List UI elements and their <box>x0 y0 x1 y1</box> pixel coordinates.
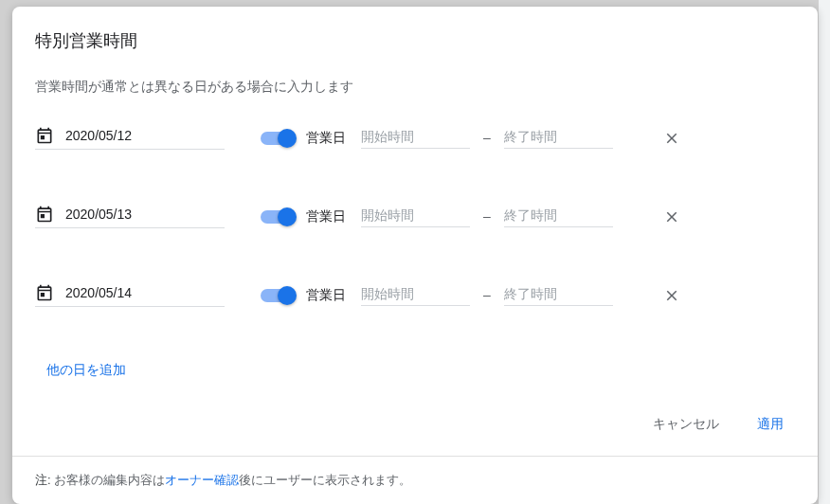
footer-prefix: 注: <box>35 473 51 487</box>
dialog-content: 特別営業時間 営業時間が通常とは異なる日がある場合に入力します 営業日 <box>12 7 818 397</box>
end-time-input[interactable] <box>504 284 613 306</box>
date-field[interactable] <box>35 205 225 228</box>
calendar-icon <box>35 205 54 224</box>
date-input[interactable] <box>65 285 225 300</box>
open-toggle-wrap: 営業日 <box>261 129 346 148</box>
dialog-subtitle: 営業時間が通常とは異なる日がある場合に入力します <box>35 79 795 96</box>
date-input[interactable] <box>65 128 225 143</box>
calendar-icon <box>35 283 54 302</box>
remove-row-button[interactable] <box>660 284 683 307</box>
open-toggle[interactable] <box>261 207 295 226</box>
open-toggle-wrap: 営業日 <box>261 207 346 226</box>
cancel-button[interactable]: キャンセル <box>645 408 727 441</box>
end-time-input[interactable] <box>504 127 613 149</box>
date-row: 営業日 – <box>35 283 795 307</box>
time-fields: – <box>361 284 613 306</box>
owner-verification-link[interactable]: オーナー確認 <box>165 473 239 487</box>
toggle-label: 営業日 <box>306 287 346 304</box>
calendar-icon <box>35 126 54 145</box>
dialog-actions: キャンセル 適用 <box>12 397 818 456</box>
close-icon <box>663 287 680 304</box>
time-fields: – <box>361 206 613 227</box>
time-dash: – <box>483 208 491 227</box>
footer-text-before: お客様の編集内容は <box>51 473 166 487</box>
close-icon <box>663 208 680 225</box>
dialog-footer: 注: お客様の編集内容はオーナー確認後にユーザーに表示されます。 <box>12 456 818 504</box>
remove-row-button[interactable] <box>660 206 683 228</box>
date-row: 営業日 – <box>35 205 795 228</box>
toggle-label: 営業日 <box>306 208 346 225</box>
time-fields: – <box>361 127 613 149</box>
close-icon <box>663 130 680 147</box>
open-toggle-wrap: 営業日 <box>261 286 346 305</box>
date-row: 営業日 – <box>35 126 795 150</box>
date-field[interactable] <box>35 126 225 150</box>
start-time-input[interactable] <box>361 206 470 227</box>
add-day-link[interactable]: 他の日を追加 <box>46 362 126 379</box>
remove-row-button[interactable] <box>660 127 683 150</box>
time-dash: – <box>483 130 491 149</box>
end-time-input[interactable] <box>504 206 613 227</box>
open-toggle[interactable] <box>261 129 295 148</box>
time-dash: – <box>483 287 491 306</box>
date-rows: 営業日 – <box>35 126 795 307</box>
toggle-label: 営業日 <box>306 130 346 147</box>
date-input[interactable] <box>65 207 225 222</box>
dialog-title: 特別営業時間 <box>35 29 795 52</box>
start-time-input[interactable] <box>361 127 470 149</box>
apply-button[interactable]: 適用 <box>749 408 791 441</box>
start-time-input[interactable] <box>361 284 470 306</box>
open-toggle[interactable] <box>261 286 295 305</box>
special-hours-dialog: 特別営業時間 営業時間が通常とは異なる日がある場合に入力します 営業日 <box>12 7 818 504</box>
footer-text-after: 後にユーザーに表示されます。 <box>239 473 411 487</box>
date-field[interactable] <box>35 283 225 307</box>
